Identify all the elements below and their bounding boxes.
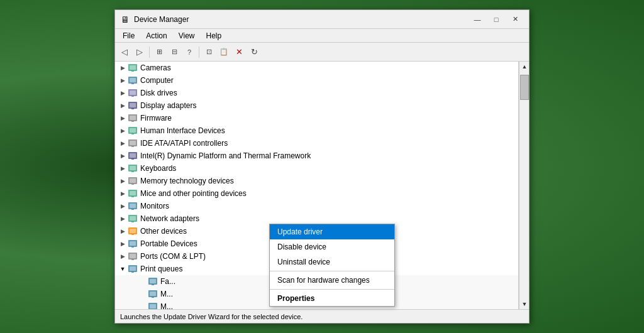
- svg-rect-43: [130, 241, 136, 246]
- device-label-monitors: Monitors: [140, 202, 169, 210]
- device-icon-firmware: [128, 113, 138, 123]
- svg-rect-44: [131, 246, 134, 248]
- device-icon-ms1: [148, 289, 158, 299]
- expand-icon-mice[interactable]: ▶: [118, 188, 128, 199]
- scroll-thumb[interactable]: [520, 75, 529, 100]
- ctx-separator: [270, 271, 394, 271]
- expand-icon-print-queues[interactable]: ▼: [118, 264, 128, 274]
- expand-icon-ide-atapi[interactable]: ▶: [118, 138, 128, 148]
- expand-icon-other-devices[interactable]: ▶: [118, 226, 128, 236]
- tree-item-keyboards[interactable]: ▶ Keyboards: [115, 162, 518, 175]
- tree-item-firmware[interactable]: ▶ Firmware: [115, 112, 518, 124]
- expand-icon-portable-devices[interactable]: ▶: [118, 239, 128, 249]
- minimize-button[interactable]: —: [469, 13, 486, 26]
- hardware-changes-button[interactable]: ↻: [247, 45, 261, 59]
- back-button[interactable]: ◁: [118, 45, 131, 59]
- svg-rect-10: [130, 103, 136, 107]
- tree-item-disk-drives[interactable]: ▶ Disk drives: [115, 87, 518, 99]
- tree-item-ide-atapi[interactable]: ▶ IDE ATA/ATAPI controllers: [115, 137, 518, 150]
- expand-icon-display-adapters[interactable]: ▶: [118, 101, 128, 111]
- tree-item-mice[interactable]: ▶ Mice and other pointing devices: [115, 187, 518, 200]
- tree-item-network-adapters[interactable]: ▶ Network adapters: [115, 212, 518, 225]
- svg-rect-49: [130, 266, 136, 271]
- svg-rect-34: [130, 204, 136, 208]
- expand-icon-network-adapters[interactable]: ▶: [118, 214, 128, 224]
- svg-rect-25: [130, 166, 136, 170]
- device-icon-monitors: [128, 201, 138, 211]
- svg-rect-28: [130, 178, 136, 183]
- svg-rect-40: [130, 229, 136, 233]
- device-icon-ms2: [148, 302, 158, 309]
- ctx-update-driver[interactable]: Update driver: [270, 224, 394, 239]
- expand-icon-monitors[interactable]: ▶: [118, 201, 128, 211]
- svg-rect-38: [131, 221, 134, 222]
- device-label-firmware: Firmware: [140, 114, 172, 123]
- expand-icon-ms2[interactable]: [138, 302, 148, 309]
- tree-item-cameras[interactable]: ▶ Cameras: [115, 62, 518, 74]
- tree-item-display-adapters[interactable]: ▶ Display adapters: [115, 99, 518, 112]
- device-icon-ide-atapi: [128, 138, 138, 148]
- expand-icon-disk-drives[interactable]: ▶: [118, 88, 128, 98]
- tree-item-monitors[interactable]: ▶ Monitors: [115, 200, 518, 212]
- device-label-human-interface: Human Interface Devices: [140, 126, 225, 135]
- expand-icon-cameras[interactable]: ▶: [118, 63, 128, 73]
- update-driver-tb-button[interactable]: 📋: [217, 45, 231, 59]
- forward-button[interactable]: ▷: [133, 45, 147, 59]
- refresh-button[interactable]: ⊟: [167, 45, 181, 59]
- device-label-print-queues: Print queues: [140, 265, 182, 273]
- expand-icon-computer[interactable]: ▶: [118, 75, 128, 85]
- device-label-display-adapters: Display adapters: [140, 101, 196, 110]
- uninstall-tb-button[interactable]: ✕: [232, 45, 246, 59]
- toolbar: ◁ ▷ ⊞ ⊟ ? ⊡ 📋 ✕ ↻: [115, 43, 529, 62]
- ctx-separator-2: [270, 289, 394, 290]
- svg-rect-5: [131, 83, 134, 84]
- help-button[interactable]: ?: [182, 45, 196, 59]
- expand-icon-firmware[interactable]: ▶: [118, 113, 128, 123]
- menu-bar: File Action View Help: [115, 29, 529, 43]
- expand-icon-human-interface[interactable]: ▶: [118, 126, 128, 136]
- svg-rect-31: [130, 191, 136, 195]
- maximize-button[interactable]: □: [487, 13, 505, 26]
- device-icon-keyboards: [128, 163, 138, 173]
- scroll-down-arrow[interactable]: ▼: [519, 299, 529, 309]
- svg-rect-14: [131, 121, 134, 122]
- expand-icon-intel-dynamic[interactable]: ▶: [118, 151, 128, 161]
- ctx-scan-hardware[interactable]: Scan for hardware changes: [270, 273, 394, 288]
- ctx-disable-device[interactable]: Disable device: [270, 239, 394, 254]
- tree-item-human-interface[interactable]: ▶ Human Interface Devices: [115, 124, 518, 137]
- device-label-memory-tech: Memory technology devices: [140, 177, 234, 185]
- close-button[interactable]: ✕: [506, 13, 524, 26]
- menu-help[interactable]: Help: [201, 30, 227, 41]
- menu-view[interactable]: View: [174, 30, 200, 41]
- menu-action[interactable]: Action: [141, 30, 172, 41]
- device-icon-computer: [128, 75, 138, 85]
- menu-file[interactable]: File: [118, 30, 140, 41]
- tree-item-memory-tech[interactable]: ▶ Memory technology devices: [115, 175, 518, 187]
- svg-rect-23: [131, 158, 134, 160]
- device-label-ports: Ports (COM & LPT): [140, 252, 206, 261]
- device-label-ms1: M...: [160, 290, 173, 298]
- device-icon-print-queues: [128, 264, 138, 274]
- tree-item-intel-dynamic[interactable]: ▶ Intel(R) Dynamic Platform and Thermal …: [115, 150, 518, 162]
- svg-rect-2: [131, 70, 134, 72]
- expand-icon-memory-tech[interactable]: ▶: [118, 176, 128, 186]
- scroll-track[interactable]: [519, 72, 529, 299]
- device-label-other-devices: Other devices: [140, 227, 187, 236]
- device-label-intel-dynamic: Intel(R) Dynamic Platform and Thermal Fr…: [140, 151, 311, 160]
- vertical-scrollbar[interactable]: ▲ ▼: [519, 62, 529, 309]
- expand-icon-keyboards[interactable]: ▶: [118, 163, 128, 173]
- device-label-portable-devices: Portable Devices: [140, 239, 197, 248]
- scroll-up-arrow[interactable]: ▲: [519, 62, 529, 72]
- expand-icon-ms1[interactable]: [138, 289, 148, 299]
- tree-item-computer[interactable]: ▶ Computer: [115, 74, 518, 87]
- device-label-cameras: Cameras: [140, 63, 171, 72]
- device-icon-mice: [128, 188, 138, 199]
- ctx-uninstall-device[interactable]: Uninstall device: [270, 254, 394, 270]
- scan-button[interactable]: ⊡: [202, 45, 216, 59]
- device-icon-fax: [148, 276, 158, 287]
- properties-button[interactable]: ⊞: [152, 45, 166, 59]
- expand-icon-fax[interactable]: [138, 276, 148, 287]
- svg-rect-11: [131, 108, 134, 109]
- ctx-properties[interactable]: Properties: [270, 291, 394, 306]
- expand-icon-ports[interactable]: ▶: [118, 251, 128, 261]
